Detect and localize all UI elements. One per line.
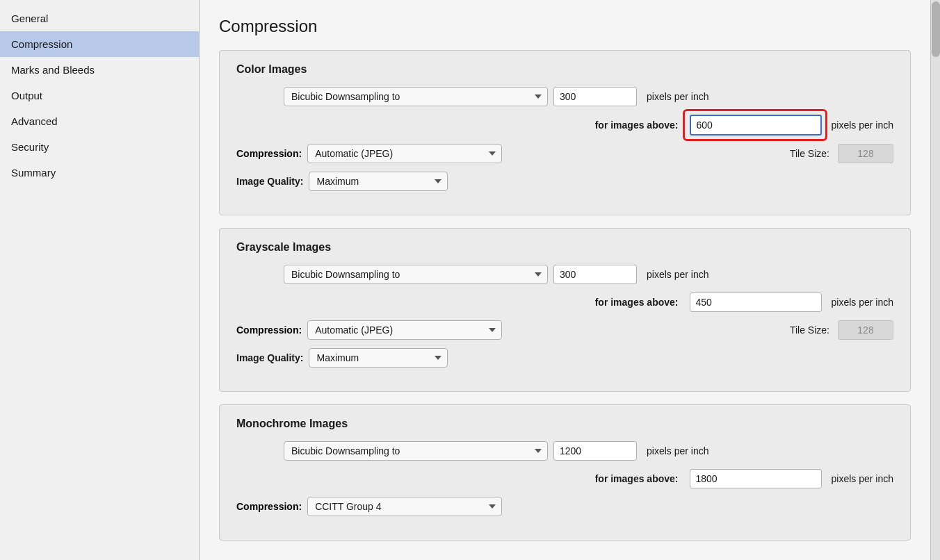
grayscale-compression-select[interactable]: Automatic (JPEG): [307, 320, 502, 340]
sidebar-item-label: General: [11, 13, 48, 24]
grayscale-ppi-label-2: pixels per inch: [832, 297, 894, 308]
monochrome-downsampling-select[interactable]: Bicubic Downsampling to: [284, 441, 548, 461]
grayscale-for-images-above-row: for images above: pixels per inch: [236, 293, 893, 312]
color-ppi-label-1: pixels per inch: [647, 91, 709, 102]
sidebar-item-compression[interactable]: Compression: [0, 31, 199, 57]
grayscale-compression-row: Compression: Automatic (JPEG) Tile Size:…: [236, 320, 893, 340]
color-compression-label: Compression:: [236, 148, 302, 159]
color-tile-size-label: Tile Size:: [790, 148, 829, 159]
monochrome-compression-row: Compression: CCITT Group 4: [236, 497, 893, 516]
grayscale-resolution-input[interactable]: [553, 265, 637, 284]
color-downsampling-row: Bicubic Downsampling to pixels per inch: [236, 87, 893, 106]
scrollbar-track[interactable]: [930, 0, 940, 560]
grayscale-images-section: Grayscale Images Bicubic Downsampling to…: [219, 228, 911, 392]
grayscale-image-quality-row: Image Quality: Maximum: [236, 348, 893, 368]
monochrome-for-images-above-label: for images above:: [595, 473, 679, 484]
color-resolution-input[interactable]: [553, 87, 637, 106]
color-image-quality-row: Image Quality: Maximum: [236, 172, 893, 191]
grayscale-tile-group: Tile Size: 128: [779, 320, 893, 340]
color-image-quality-label: Image Quality:: [236, 176, 303, 187]
monochrome-images-title: Monochrome Images: [236, 418, 893, 430]
sidebar-item-output[interactable]: Output: [0, 83, 199, 108]
monochrome-compression-select[interactable]: CCITT Group 4: [307, 497, 502, 516]
color-compression-row: Compression: Automatic (JPEG) Tile Size:…: [236, 144, 893, 163]
sidebar-item-label: Summary: [11, 167, 56, 179]
main-content: Compression Color Images Bicubic Downsam…: [200, 0, 930, 560]
grayscale-image-quality-select[interactable]: Maximum: [309, 348, 448, 368]
color-for-images-above-label: for images above:: [595, 120, 679, 131]
grayscale-for-images-above-label: for images above:: [595, 297, 679, 308]
grayscale-ppi-label-1: pixels per inch: [647, 269, 709, 280]
sidebar-item-marks-and-bleeds[interactable]: Marks and Bleeds: [0, 57, 199, 83]
sidebar-item-label: Advanced: [11, 115, 58, 127]
color-for-images-above-input[interactable]: [690, 115, 822, 135]
monochrome-resolution-input[interactable]: [553, 441, 637, 461]
monochrome-compression-label: Compression:: [236, 501, 302, 512]
grayscale-for-images-above-input[interactable]: [690, 293, 822, 312]
sidebar-item-advanced[interactable]: Advanced: [0, 108, 199, 134]
monochrome-ppi-label-1: pixels per inch: [647, 445, 709, 456]
sidebar-item-label: Security: [11, 141, 49, 153]
grayscale-compression-label: Compression:: [236, 324, 302, 336]
monochrome-for-images-above-row: for images above: pixels per inch: [236, 469, 893, 488]
scrollbar-thumb[interactable]: [932, 1, 940, 57]
color-tile-size-value: 128: [838, 144, 893, 163]
color-tile-group: Tile Size: 128: [779, 144, 893, 163]
grayscale-image-quality-label: Image Quality:: [236, 352, 303, 363]
sidebar-item-general[interactable]: General: [0, 6, 199, 31]
sidebar-item-label: Compression: [11, 38, 72, 50]
color-compression-select[interactable]: Automatic (JPEG): [307, 144, 502, 163]
page-title: Compression: [219, 17, 911, 36]
sidebar-item-summary[interactable]: Summary: [0, 160, 199, 186]
grayscale-tile-size-label: Tile Size:: [790, 324, 829, 336]
sidebar: General Compression Marks and Bleeds Out…: [0, 0, 200, 560]
color-image-quality-select[interactable]: Maximum: [309, 172, 448, 191]
color-ppi-label-2: pixels per inch: [832, 120, 894, 131]
grayscale-tile-size-value: 128: [838, 320, 893, 340]
color-downsampling-select[interactable]: Bicubic Downsampling to: [284, 87, 548, 106]
monochrome-images-section: Monochrome Images Bicubic Downsampling t…: [219, 404, 911, 541]
monochrome-downsampling-row: Bicubic Downsampling to pixels per inch: [236, 441, 893, 461]
grayscale-downsampling-select[interactable]: Bicubic Downsampling to: [284, 265, 548, 284]
color-images-section: Color Images Bicubic Downsampling to pix…: [219, 50, 911, 215]
color-for-images-above-row: for images above: pixels per inch: [236, 115, 893, 135]
sidebar-item-label: Output: [11, 90, 42, 101]
monochrome-ppi-label-2: pixels per inch: [832, 473, 894, 484]
color-images-title: Color Images: [236, 63, 893, 76]
sidebar-item-label: Marks and Bleeds: [11, 64, 95, 76]
grayscale-downsampling-row: Bicubic Downsampling to pixels per inch: [236, 265, 893, 284]
sidebar-item-security[interactable]: Security: [0, 134, 199, 160]
color-for-images-above-highlight: [690, 115, 822, 135]
grayscale-images-title: Grayscale Images: [236, 241, 893, 254]
monochrome-for-images-above-input[interactable]: [690, 469, 822, 488]
